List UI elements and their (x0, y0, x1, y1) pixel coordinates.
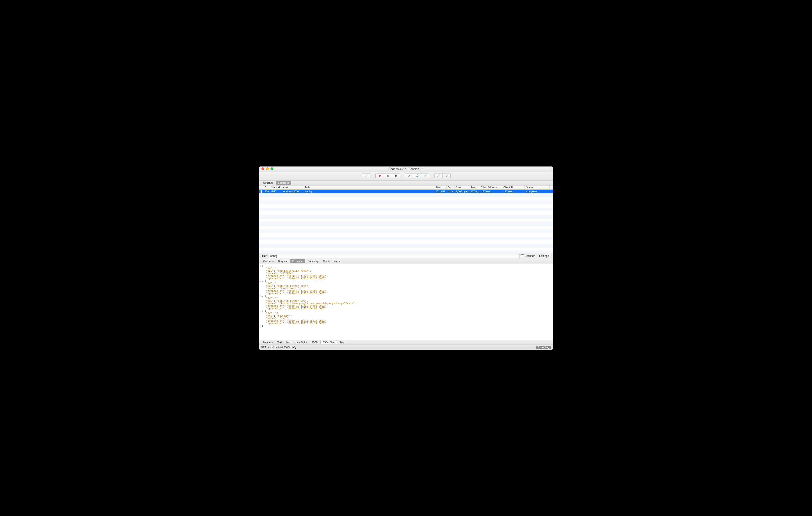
toolbar (259, 172, 553, 181)
format-tab-json[interactable]: JSON (309, 340, 320, 344)
col-host[interactable]: Host (281, 185, 303, 189)
status-bar: GET http://localhost:3000/config Recordi… (259, 345, 553, 350)
svg-point-1 (387, 175, 389, 177)
cell-resp: 807 by… (469, 190, 480, 193)
window-title: Charles 4.2.7 - Session 1 * (259, 167, 553, 171)
svg-marker-3 (395, 175, 397, 177)
table-row (259, 240, 553, 244)
table-row (259, 197, 553, 201)
col-path[interactable]: Path (303, 185, 434, 189)
col-resp[interactable]: Resp … (469, 185, 480, 189)
format-tab-hex[interactable]: Hex (284, 340, 293, 344)
col-code[interactable]: C… (263, 185, 270, 189)
table-row (259, 208, 553, 211)
focused-checkbox[interactable] (521, 254, 524, 257)
col-client-ip[interactable]: Client IP (502, 185, 525, 189)
table-row (259, 193, 553, 197)
table-row[interactable]: 200GETlocalhost:3000/config20:43:524 ms1… (259, 190, 553, 193)
panel-tab-notes[interactable]: Notes (331, 260, 342, 263)
svg-point-2 (388, 176, 389, 176)
table-row (259, 248, 553, 251)
table-row (259, 219, 553, 222)
broom-icon (364, 174, 368, 177)
gear-icon (445, 175, 448, 177)
col-size[interactable]: Size (455, 185, 469, 189)
table-row (259, 244, 553, 248)
status-left: GET http://localhost:3000/config (261, 346, 296, 348)
repeat-button[interactable] (413, 173, 421, 178)
settings-button[interactable] (442, 173, 451, 178)
tools-group (434, 173, 451, 178)
format-tab-json-text[interactable]: JSON Text (320, 340, 337, 344)
panel-tabs: OverviewRequestResponseSummaryChartNotes (259, 259, 553, 264)
table-body[interactable]: 200GETlocalhost:3000/config20:43:524 ms1… (259, 190, 553, 253)
cell-method: GET (270, 190, 281, 193)
table-row (259, 215, 553, 219)
tab-structure[interactable]: Structure (261, 181, 276, 185)
filter-label: Filter: (261, 254, 267, 257)
record-icon (379, 175, 381, 177)
check-icon (424, 175, 427, 177)
pencil-icon (408, 175, 410, 177)
table-row (259, 211, 553, 215)
format-tab-text[interactable]: Text (275, 340, 284, 344)
record-button[interactable] (375, 173, 383, 178)
edit-button[interactable] (405, 173, 413, 178)
filter-row: Filter: Focused Settings (259, 253, 553, 259)
col-duration[interactable]: D… (446, 185, 455, 189)
table-row (259, 237, 553, 240)
panel-tab-overview[interactable]: Overview (261, 260, 276, 263)
cell-path: /config (303, 190, 434, 193)
panel-tab-request[interactable]: Request (276, 260, 290, 263)
panel-tab-response[interactable]: Response (290, 260, 306, 263)
col-start[interactable]: Start (434, 185, 446, 189)
record-group (375, 173, 400, 178)
format-tab-javascript[interactable]: JavaScript (293, 340, 309, 344)
cell-code: 200 (263, 190, 270, 193)
table-header: C… Method Host Path Start D… Size Resp …… (259, 185, 553, 190)
throttle-button[interactable] (383, 173, 392, 178)
tools-button[interactable] (434, 173, 442, 178)
cell-size: 1,008 bytes (455, 190, 469, 193)
table-row (259, 251, 553, 253)
col-method[interactable]: Method (270, 185, 281, 189)
table-row (259, 222, 553, 226)
view-tabs: Structure Sequence (259, 181, 553, 185)
breakpoints-button[interactable] (392, 173, 400, 178)
table-row (259, 233, 553, 237)
cell-status: Complete (525, 190, 550, 193)
col-extra[interactable]: … (550, 185, 553, 189)
focused-label: Focused (525, 254, 535, 257)
tab-sequence[interactable]: Sequence (276, 181, 292, 185)
recording-badge: Recording (536, 346, 551, 349)
cell-start: 20:43:52 (434, 190, 446, 193)
hexagon-icon (395, 175, 397, 177)
validate-button[interactable] (421, 173, 429, 178)
turtle-icon (386, 175, 389, 177)
table-row (259, 226, 553, 230)
filter-input[interactable] (269, 254, 520, 258)
refresh-icon (416, 175, 419, 177)
app-window: Charles 4.2.7 - Session 1 * (259, 166, 553, 350)
wrench-icon (437, 175, 440, 177)
cell-client-ip: 127.0.0.1 (502, 190, 525, 193)
svg-point-0 (379, 175, 381, 177)
filter-settings-button[interactable]: Settings (537, 254, 551, 258)
cell-host: localhost:3000 (281, 190, 303, 193)
file-icon (259, 190, 263, 193)
col-client-address[interactable]: Client Address (480, 185, 502, 189)
panel-tab-summary[interactable]: Summary (306, 260, 321, 263)
format-tab-headers[interactable]: Headers (261, 340, 275, 344)
cell-client-address: /127.0.0.1 (480, 190, 502, 193)
focused-checkbox-wrap[interactable]: Focused (521, 254, 535, 257)
table-row (259, 230, 553, 233)
format-tab-raw[interactable]: Raw (337, 340, 347, 344)
response-body[interactable]: [{ "id": 1, "key": "app.background.color… (259, 264, 553, 340)
action-group (405, 173, 429, 178)
table-row (259, 204, 553, 208)
titlebar: Charles 4.2.7 - Session 1 * (259, 166, 553, 172)
panel-tab-chart[interactable]: Chart (321, 260, 331, 263)
col-status[interactable]: Status (525, 185, 550, 189)
broom-button[interactable] (362, 173, 370, 178)
col-icon[interactable] (259, 185, 263, 189)
